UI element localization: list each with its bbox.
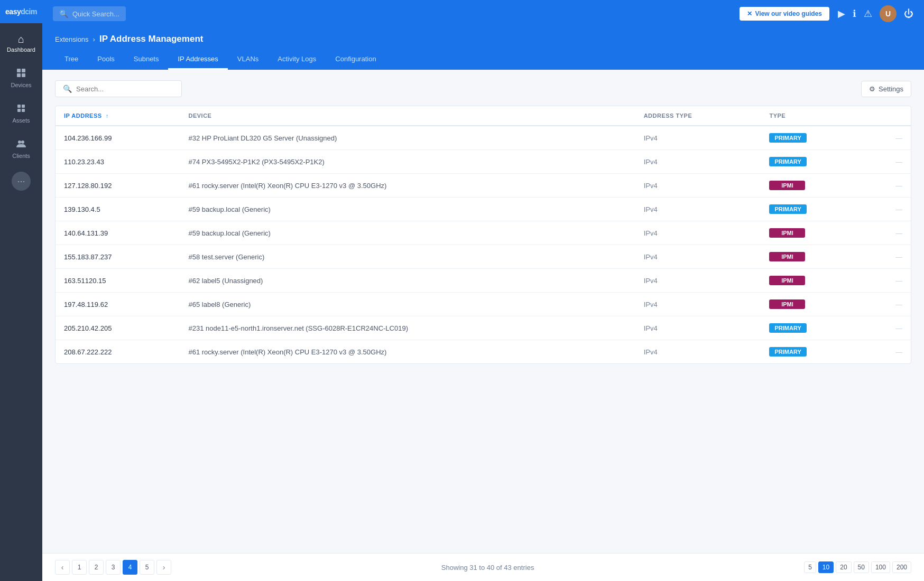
cell-ip: 163.51120.15 [56, 269, 180, 293]
assets-icon [16, 103, 26, 115]
page-btn-4[interactable]: 4 [123, 560, 137, 575]
table-row[interactable]: 155.183.87.237 #58 test.server (Generic)… [56, 245, 911, 269]
table-row[interactable]: 205.210.42.205 #231 node11-e5-north1.iro… [56, 316, 911, 340]
page-title: IP Address Management [99, 34, 204, 44]
power-icon[interactable]: ⏻ [904, 8, 913, 20]
tab-vlans[interactable]: VLANs [228, 50, 268, 70]
page-size-10[interactable]: 10 [818, 561, 834, 573]
tab-tree[interactable]: Tree [55, 50, 88, 70]
page-btn-3[interactable]: 3 [106, 560, 121, 575]
ip-table: IP ADDRESS ↑ DEVICE ADDRESS TYPE TYPE [56, 106, 911, 363]
video-guides-button[interactable]: ✕ View our video guides [740, 7, 829, 21]
sidebar-item-assets[interactable]: Assets [0, 97, 42, 130]
page-size-20[interactable]: 20 [836, 561, 851, 573]
search-icon: 🔍 [59, 10, 68, 18]
col-address-type: ADDRESS TYPE [635, 106, 761, 126]
cell-ip: 155.183.87.237 [56, 245, 180, 269]
main-content: 🔍 Quick Search... ✕ View our video guide… [42, 0, 924, 581]
tab-configuration[interactable]: Configuration [326, 50, 385, 70]
cell-actions[interactable]: — [865, 126, 911, 150]
type-badge: IPMI [769, 228, 805, 238]
pagination: ‹ 1 2 3 4 5 › [55, 560, 171, 575]
topbar-search[interactable]: 🔍 Quick Search... [53, 6, 126, 21]
tab-activity-logs[interactable]: Activity Logs [268, 50, 326, 70]
table-row[interactable]: 197.48.119.62 #65 label8 (Generic) IPv4 … [56, 293, 911, 316]
cell-address-type: IPv4 [635, 150, 761, 174]
page-btn-1[interactable]: 1 [72, 560, 87, 575]
info-icon[interactable]: ℹ [853, 8, 856, 20]
cell-device: #61 rocky.server (Intel(R) Xeon(R) CPU E… [180, 340, 635, 364]
cell-address-type: IPv4 [635, 174, 761, 198]
search-input[interactable] [76, 85, 174, 93]
type-badge: PRIMARY [769, 347, 806, 357]
page-btn-2[interactable]: 2 [89, 560, 104, 575]
cell-ip: 208.67.222.222 [56, 340, 180, 364]
type-badge: IPMI [769, 181, 805, 190]
sidebar: easydcim ⌂ Dashboard Devices Assets Clie… [0, 0, 42, 581]
tab-ip-addresses[interactable]: IP Addresses [168, 50, 227, 70]
search-box[interactable]: 🔍 [55, 80, 182, 97]
page-size-5[interactable]: 5 [804, 561, 816, 573]
play-icon[interactable]: ▶ [838, 8, 845, 20]
page-size-100[interactable]: 100 [871, 561, 890, 573]
col-ip-address[interactable]: IP ADDRESS ↑ [56, 106, 180, 126]
alert-icon[interactable]: ⚠ [864, 8, 872, 20]
devices-icon [16, 68, 26, 80]
breadcrumb-parent[interactable]: Extensions [55, 35, 89, 43]
table-row[interactable]: 139.130.4.5 #59 backup.local (Generic) I… [56, 198, 911, 221]
settings-button[interactable]: ⚙ Settings [861, 81, 911, 97]
sidebar-nav: ⌂ Dashboard Devices Assets Clients ··· [0, 23, 42, 191]
search-placeholder: Quick Search... [72, 10, 119, 18]
cell-actions[interactable]: — [865, 293, 911, 316]
table-row[interactable]: 104.236.166.99 #32 HP ProLiant DL320 G5 … [56, 126, 911, 150]
cell-address-type: IPv4 [635, 245, 761, 269]
cell-ip: 140.64.131.39 [56, 221, 180, 245]
sidebar-item-label: Assets [12, 117, 30, 124]
tab-subnets[interactable]: Subnets [124, 50, 169, 70]
page-info: Showing 31 to 40 of 43 entries [441, 564, 534, 571]
dashboard-icon: ⌂ [18, 34, 24, 44]
cell-address-type: IPv4 [635, 316, 761, 340]
user-avatar[interactable]: U [880, 5, 897, 22]
cell-device: #62 label5 (Unassigned) [180, 269, 635, 293]
sidebar-item-dashboard[interactable]: ⌂ Dashboard [0, 27, 42, 59]
cell-actions[interactable]: — [865, 198, 911, 221]
cell-actions[interactable]: — [865, 269, 911, 293]
table-row[interactable]: 208.67.222.222 #61 rocky.server (Intel(R… [56, 340, 911, 364]
cell-address-type: IPv4 [635, 198, 761, 221]
toolbar: 🔍 ⚙ Settings [55, 80, 911, 97]
cell-actions[interactable]: — [865, 316, 911, 340]
page-size-50[interactable]: 50 [854, 561, 869, 573]
cell-type: PRIMARY [761, 198, 865, 221]
col-device: DEVICE [180, 106, 635, 126]
tab-pools[interactable]: Pools [88, 50, 124, 70]
table-row[interactable]: 163.51120.15 #62 label5 (Unassigned) IPv… [56, 269, 911, 293]
table-row[interactable]: 140.64.131.39 #59 backup.local (Generic)… [56, 221, 911, 245]
cell-actions[interactable]: — [865, 221, 911, 245]
type-badge: PRIMARY [769, 157, 806, 166]
page-size-200[interactable]: 200 [892, 561, 911, 573]
cell-device: #61 rocky.server (Intel(R) Xeon(R) CPU E… [180, 174, 635, 198]
cell-type: IPMI [761, 269, 865, 293]
more-menu-button[interactable]: ··· [12, 172, 31, 191]
sidebar-item-label: Clients [12, 153, 30, 159]
svg-rect-4 [17, 105, 21, 108]
table-row[interactable]: 110.23.23.43 #74 PX3-5495X2-P1K2 (PX3-54… [56, 150, 911, 174]
sidebar-logo[interactable]: easydcim [0, 0, 42, 23]
page-btn-5[interactable]: 5 [140, 560, 154, 575]
video-btn-label: View our video guides [755, 10, 822, 17]
type-badge: IPMI [769, 299, 805, 309]
cell-actions[interactable]: — [865, 245, 911, 269]
cell-actions[interactable]: — [865, 174, 911, 198]
sort-icon: ↑ [106, 113, 109, 119]
table-row[interactable]: 127.128.80.192 #61 rocky.server (Intel(R… [56, 174, 911, 198]
cell-actions[interactable]: — [865, 150, 911, 174]
cell-actions[interactable]: — [865, 340, 911, 364]
sidebar-item-devices[interactable]: Devices [0, 61, 42, 95]
next-page-button[interactable]: › [156, 560, 171, 575]
sidebar-item-clients[interactable]: Clients [0, 132, 42, 165]
cell-ip: 205.210.42.205 [56, 316, 180, 340]
type-badge: PRIMARY [769, 204, 806, 214]
prev-page-button[interactable]: ‹ [55, 560, 70, 575]
cell-type: IPMI [761, 293, 865, 316]
